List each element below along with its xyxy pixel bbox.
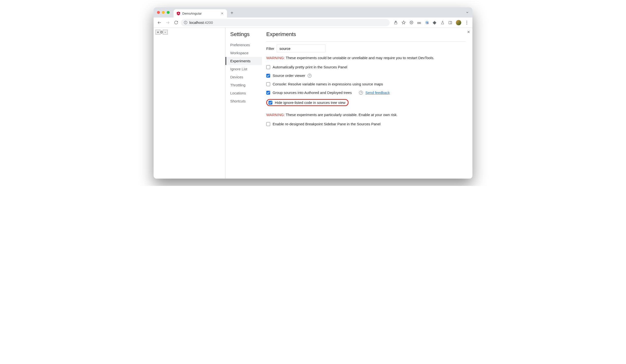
close-window-button[interactable] bbox=[157, 11, 160, 14]
filter-input[interactable] bbox=[277, 44, 325, 52]
nav-ignore-list[interactable]: Ignore List bbox=[230, 65, 262, 73]
divider bbox=[266, 41, 466, 42]
experiment-console-resolve: Console: Resolve variable names in expre… bbox=[266, 80, 466, 88]
bookmark-star-icon[interactable] bbox=[401, 20, 406, 25]
counter-value: 0 bbox=[161, 30, 162, 34]
address-bar[interactable]: localhost:4200 bbox=[181, 19, 390, 26]
settings-title: Settings bbox=[230, 31, 262, 37]
experiment-label: Hide ignore-listed code in sources tree … bbox=[275, 101, 345, 105]
reload-button[interactable] bbox=[173, 19, 179, 26]
url-host: localhost bbox=[189, 20, 204, 25]
warning-unstable: WARNING: These experiments could be unst… bbox=[266, 56, 466, 60]
checkbox-console-resolve[interactable] bbox=[266, 82, 270, 86]
experiments-heading: Experiments bbox=[266, 31, 466, 37]
window-controls bbox=[157, 11, 170, 14]
close-tab-button[interactable]: × bbox=[220, 11, 224, 16]
browser-tab[interactable]: DemoAngular × bbox=[174, 9, 227, 18]
increment-button[interactable]: + bbox=[156, 30, 160, 35]
nav-workspace[interactable]: Workspace bbox=[230, 49, 262, 57]
checkbox-group-sources[interactable] bbox=[266, 91, 270, 95]
tab-strip: DemoAngular × + bbox=[154, 7, 472, 18]
svg-point-17 bbox=[427, 22, 427, 23]
svg-point-13 bbox=[417, 22, 419, 24]
chrome-menu-icon[interactable] bbox=[465, 20, 469, 25]
svg-point-6 bbox=[186, 22, 186, 22]
warning-text: These experiments are particularly unsta… bbox=[285, 113, 397, 117]
close-settings-button[interactable]: × bbox=[467, 29, 470, 35]
forward-button[interactable] bbox=[164, 19, 171, 26]
experiment-label: Enable re-designed Breakpoint Sidebar Pa… bbox=[273, 122, 381, 126]
filter-row: Filter bbox=[266, 44, 466, 52]
checkbox-breakpoint-sidebar[interactable] bbox=[266, 122, 270, 126]
experiment-group-sources: Group sources into Authored and Deployed… bbox=[266, 88, 466, 97]
svg-point-22 bbox=[466, 22, 467, 23]
nav-throttling[interactable]: Throttling bbox=[230, 81, 262, 89]
svg-point-21 bbox=[466, 21, 467, 21]
side-panel-icon[interactable] bbox=[448, 20, 452, 25]
settings-sidebar: Settings Preferences Workspace Experimen… bbox=[225, 28, 262, 179]
nav-experiments[interactable]: Experiments bbox=[225, 57, 262, 65]
help-icon[interactable]: ? bbox=[308, 74, 312, 78]
tab-search-button[interactable] bbox=[466, 11, 469, 14]
url-port: :4200 bbox=[204, 20, 213, 25]
experiment-source-order: Source order viewer ? bbox=[266, 71, 466, 80]
profile-avatar[interactable] bbox=[456, 20, 461, 25]
nav-locations[interactable]: Locations bbox=[230, 89, 262, 97]
tab-title: DemoAngular bbox=[182, 12, 218, 15]
checkbox-source-order[interactable] bbox=[266, 74, 270, 78]
checkbox-hide-ignore-listed[interactable] bbox=[269, 101, 272, 105]
svg-point-12 bbox=[412, 22, 412, 22]
experiment-label: Automatically pretty print in the Source… bbox=[273, 65, 347, 69]
settings-nav: Preferences Workspace Experiments Ignore… bbox=[230, 41, 262, 105]
settings-main: Experiments Filter WARNING: These experi… bbox=[262, 28, 472, 179]
svg-rect-19 bbox=[449, 21, 452, 24]
warning-text: These experiments could be unstable or u… bbox=[285, 56, 434, 60]
warning-label: WARNING: bbox=[266, 113, 285, 117]
counter-widget: + 0 - bbox=[156, 30, 223, 35]
new-tab-button[interactable]: + bbox=[230, 9, 235, 17]
nav-devices[interactable]: Devices bbox=[230, 73, 262, 81]
decrement-button[interactable]: - bbox=[163, 30, 168, 35]
angular-icon bbox=[176, 11, 180, 15]
extensions-puzzle-icon[interactable] bbox=[432, 20, 437, 25]
svg-point-23 bbox=[466, 24, 467, 24]
devtools-settings-panel: × Settings Preferences Workspace Experim… bbox=[225, 28, 472, 179]
filter-label: Filter bbox=[266, 46, 274, 51]
back-button[interactable] bbox=[156, 19, 163, 26]
browser-toolbar: localhost:4200 bbox=[154, 18, 472, 28]
checkbox-pretty-print[interactable] bbox=[266, 65, 270, 69]
experiment-pretty-print: Automatically pretty print in the Source… bbox=[266, 63, 466, 71]
warning-particularly-unstable: WARNING: These experiments are particula… bbox=[266, 113, 466, 117]
labs-flask-icon[interactable] bbox=[440, 20, 445, 25]
experiment-label: Console: Resolve variable names in expre… bbox=[273, 82, 383, 86]
help-icon[interactable]: ? bbox=[359, 91, 363, 95]
warning-label: WARNING: bbox=[266, 56, 285, 60]
extension-target-icon[interactable] bbox=[425, 20, 429, 25]
experiment-list: Automatically pretty print in the Source… bbox=[266, 63, 466, 108]
nav-preferences[interactable]: Preferences bbox=[230, 41, 262, 49]
experiment-breakpoint-sidebar: Enable re-designed Breakpoint Sidebar Pa… bbox=[266, 120, 466, 128]
svg-point-11 bbox=[411, 22, 411, 22]
toolbar-actions bbox=[393, 20, 469, 25]
incognito-icon[interactable] bbox=[409, 20, 414, 25]
svg-point-18 bbox=[427, 23, 428, 24]
send-feedback-link[interactable]: Send feedback bbox=[365, 91, 390, 95]
minimize-window-button[interactable] bbox=[162, 11, 165, 14]
nav-shortcuts[interactable]: Shortcuts bbox=[230, 97, 262, 105]
svg-marker-9 bbox=[402, 21, 405, 24]
extension-glasses-icon[interactable] bbox=[417, 20, 421, 25]
maximize-window-button[interactable] bbox=[167, 11, 170, 14]
experiment-label: Group sources into Authored and Deployed… bbox=[273, 91, 352, 95]
experiment-hide-ignore-listed: Hide ignore-listed code in sources tree … bbox=[266, 97, 466, 108]
svg-marker-1 bbox=[178, 12, 180, 15]
share-icon[interactable] bbox=[393, 20, 398, 25]
content-area: + 0 - × Settings Preferences Workspace E… bbox=[154, 28, 472, 179]
experiment-label: Source order viewer bbox=[273, 73, 305, 78]
site-info-icon[interactable] bbox=[184, 21, 187, 24]
highlight-annotation: Hide ignore-listed code in sources tree … bbox=[266, 99, 349, 106]
browser-window: DemoAngular × + localhost:4200 bbox=[154, 7, 472, 179]
experiment-list-unstable: Enable re-designed Breakpoint Sidebar Pa… bbox=[266, 120, 466, 128]
svg-point-14 bbox=[419, 22, 421, 24]
svg-point-10 bbox=[410, 21, 413, 24]
page-viewport: + 0 - bbox=[154, 28, 225, 179]
